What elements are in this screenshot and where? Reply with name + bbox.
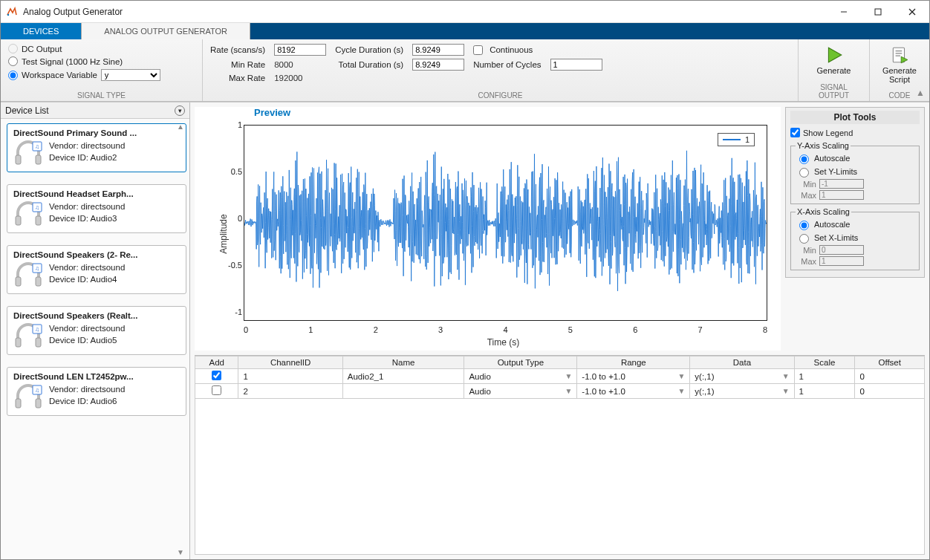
add-checkbox[interactable] <box>212 371 221 380</box>
xmin-input[interactable] <box>819 245 864 255</box>
device-item[interactable]: DirectSound Speakers (Realt...♫Vendor: d… <box>7 306 186 355</box>
show-legend-checkbox-row[interactable]: Show Legend <box>790 127 920 138</box>
ncycles-label: Number of Cycles <box>473 60 541 69</box>
plot-legend[interactable]: 1 <box>718 133 755 146</box>
plot-tools-panel: Plot Tools Show Legend Y-Axis Scaling Au… <box>785 107 925 278</box>
continuous-checkbox-row[interactable]: Continuous <box>473 45 533 55</box>
ncycles-input[interactable] <box>550 59 602 71</box>
xmax-input[interactable] <box>819 256 864 266</box>
headphones-icon: ♫ <box>13 140 43 166</box>
chevron-down-icon[interactable]: ▼ <box>565 372 572 380</box>
plot-panel: Preview Amplitude 10.50-0.5-1 1 <box>195 107 781 351</box>
svg-rect-12 <box>16 216 21 225</box>
radio-test-input[interactable] <box>8 56 18 66</box>
minrate-value: 8000 <box>274 60 326 69</box>
close-button[interactable] <box>895 1 929 23</box>
app-window: Analog Output Generator DEVICES ANALOG O… <box>0 0 930 560</box>
svg-rect-2 <box>875 9 881 15</box>
toolstrip-collapse-icon[interactable]: ▲ <box>916 88 925 98</box>
device-name: DirectSound LEN LT2452pw... <box>13 372 180 381</box>
device-list[interactable]: ▲ DirectSound Primary Sound ...♫Vendor: … <box>1 119 189 559</box>
channel-table[interactable]: AddChannelIDNameOutput TypeRangeDataScal… <box>195 356 925 399</box>
svg-text:♫: ♫ <box>35 326 39 333</box>
svg-rect-21 <box>36 338 41 347</box>
device-info: Vendor: directsoundDevice ID: Audio4 <box>49 262 125 285</box>
y-setlimits-radio[interactable]: Set Y-Limits <box>796 165 914 178</box>
headphones-icon: ♫ <box>13 262 43 287</box>
radio-ws-input[interactable] <box>8 71 18 80</box>
group-label-signal-type: SIGNAL TYPE <box>8 90 195 100</box>
svg-rect-16 <box>16 277 21 286</box>
tab-analog-output-generator[interactable]: ANALOG OUTPUT GENERATOR <box>82 23 250 39</box>
continuous-label: Continuous <box>490 45 533 54</box>
svg-rect-13 <box>36 216 41 225</box>
headphones-icon: ♫ <box>13 201 43 227</box>
headphones-icon: ♫ <box>13 323 43 348</box>
generate-script-button[interactable]: Generate Script <box>877 42 922 84</box>
svg-rect-17 <box>36 277 41 286</box>
group-configure: Rate (scans/s) Cycle Duration (s) Contin… <box>203 39 799 101</box>
window-buttons <box>827 1 929 23</box>
generate-button[interactable]: Generate <box>808 42 860 75</box>
device-info: Vendor: directsoundDevice ID: Audio3 <box>49 201 125 224</box>
show-legend-checkbox[interactable] <box>790 128 800 137</box>
device-info: Vendor: directsoundDevice ID: Audio6 <box>49 384 125 407</box>
chevron-down-icon[interactable]: ▼ <box>782 372 790 380</box>
legend-line-icon <box>723 139 741 140</box>
svg-text:♫: ♫ <box>35 387 39 394</box>
radio-test-signal[interactable]: Test Signal (1000 Hz Sine) <box>8 56 160 66</box>
play-icon <box>825 45 844 65</box>
rate-label: Rate (scans/s) <box>210 45 265 54</box>
group-label-code: CODE <box>877 90 922 100</box>
panel-menu-icon[interactable]: ▾ <box>175 105 185 116</box>
radio-dc-label: DC Output <box>22 45 62 53</box>
x-axis-scaling-title: X-Axis Scaling <box>796 207 851 216</box>
chevron-down-icon[interactable]: ▼ <box>782 387 790 395</box>
device-info: Vendor: directsoundDevice ID: Audio2 <box>49 140 125 163</box>
device-item[interactable]: DirectSound LEN LT2452pw...♫Vendor: dire… <box>7 367 186 416</box>
table-row[interactable]: 1Audio2_1Audio▼-1.0 to +1.0▼y(:,1)▼10 <box>195 369 925 384</box>
channel-table-wrap: AddChannelIDNameOutput TypeRangeDataScal… <box>195 355 925 555</box>
ymax-input[interactable] <box>819 190 864 200</box>
chevron-down-icon[interactable]: ▼ <box>677 372 685 380</box>
device-item[interactable]: DirectSound Primary Sound ...♫Vendor: di… <box>7 123 186 172</box>
maxrate-value: 192000 <box>274 74 326 82</box>
ymin-input[interactable] <box>819 179 864 189</box>
x-setlimits-radio[interactable]: Set X-Limits <box>796 231 914 244</box>
plot-title: Preview <box>195 107 781 120</box>
script-icon <box>890 45 909 65</box>
plot-axes[interactable]: Amplitude 10.50-0.5-1 1 01234 <box>232 120 775 348</box>
minimize-button[interactable] <box>827 1 861 23</box>
titlebar: Analog Output Generator <box>1 1 929 23</box>
workspace-variable-select[interactable]: y <box>101 69 160 81</box>
matlab-icon <box>6 6 18 18</box>
scroll-down-icon[interactable]: ▼ <box>175 546 186 558</box>
total-duration-input[interactable] <box>412 59 464 71</box>
radio-workspace-variable[interactable]: Workspace Variable y <box>8 69 160 81</box>
add-checkbox[interactable] <box>212 385 221 395</box>
continuous-checkbox[interactable] <box>473 45 483 55</box>
table-row[interactable]: 2Audio▼-1.0 to +1.0▼y(:,1)▼10 <box>195 384 925 399</box>
rate-input[interactable] <box>274 44 326 56</box>
radio-dc-output[interactable]: DC Output <box>8 44 160 53</box>
cycle-duration-input[interactable] <box>412 44 464 56</box>
svg-rect-24 <box>16 399 21 408</box>
device-item[interactable]: DirectSound Speakers (2- Re...♫Vendor: d… <box>7 245 186 294</box>
chevron-down-icon[interactable]: ▼ <box>565 387 572 395</box>
group-signal-output: Generate SIGNAL OUTPUT <box>799 39 870 101</box>
maximize-button[interactable] <box>861 1 895 23</box>
content-area: Preview Amplitude 10.50-0.5-1 1 <box>190 102 929 559</box>
chevron-down-icon[interactable]: ▼ <box>677 387 685 395</box>
tab-devices[interactable]: DEVICES <box>1 23 82 39</box>
toolstrip: DC Output Test Signal (1000 Hz Sine) Wor… <box>1 39 929 102</box>
x-autoscale-radio[interactable]: Autoscale <box>796 218 914 231</box>
device-item[interactable]: DirectSound Headset Earph...♫Vendor: dir… <box>7 184 186 233</box>
headphones-icon: ♫ <box>13 384 43 409</box>
radio-dc-input[interactable] <box>8 44 18 53</box>
svg-rect-25 <box>36 399 41 408</box>
scroll-up-icon[interactable]: ▲ <box>175 120 186 132</box>
channel-table-empty <box>195 399 925 555</box>
y-autoscale-radio[interactable]: Autoscale <box>796 152 914 165</box>
svg-point-0 <box>7 13 9 15</box>
group-label-signal-output: SIGNAL OUTPUT <box>806 82 862 100</box>
